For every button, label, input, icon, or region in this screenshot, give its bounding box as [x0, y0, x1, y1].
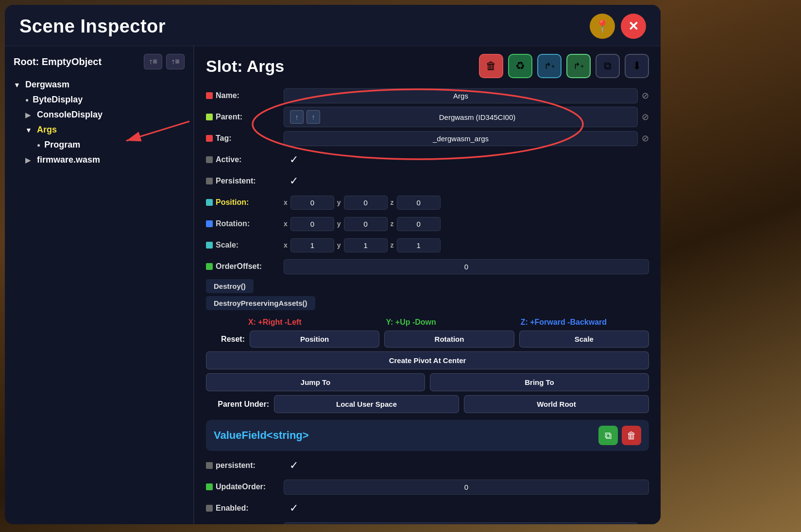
prop-name-row: Name: Args ⊘ — [206, 87, 649, 104]
vf-persistent-color — [206, 462, 213, 469]
sort-button-1[interactable]: ↑≡ — [144, 54, 162, 69]
active-label-text: Active: — [216, 155, 241, 164]
scale-fields: x 1 y 1 z 1 — [284, 238, 649, 252]
vf-value-input[interactable]: mp_js_do_str — [284, 522, 638, 525]
parent-nav-up[interactable]: ↑ — [290, 110, 304, 124]
panel-content: Root: EmptyObject ↑≡ ↑≡ ▼ Dergwasm ● B — [5, 46, 661, 524]
reset-scale-button[interactable]: Scale — [519, 331, 649, 348]
axis-x-label: X: +Right -Left — [248, 318, 302, 327]
rotation-label: Rotation: — [206, 219, 284, 228]
destroy-preserving-method-row: DestroyPreservingAssets() — [206, 296, 649, 310]
value-field-header: ValueField<string> ⧉ 🗑 — [206, 420, 649, 451]
vf-updateorder-row: UpdateOrder: 0 — [206, 478, 649, 496]
vf-value-row: Value: mp_js_do_str ⊘ — [206, 521, 649, 524]
tree-root: ▼ Dergwasm ● ByteDisplay ▶ ConsoleDispla… — [10, 77, 188, 167]
orderoffset-color-indicator — [206, 263, 213, 270]
add-child-button[interactable]: ↱+ — [537, 54, 562, 78]
scale-z-axis: z — [391, 241, 394, 249]
vf-copy-button[interactable]: ⧉ — [598, 426, 618, 445]
position-z-input[interactable]: 0 — [397, 196, 441, 210]
rotation-y-input[interactable]: 0 — [344, 217, 388, 231]
tree-item-program[interactable]: ● Program — [33, 137, 188, 152]
add-sibling-button[interactable]: ↱+ — [566, 54, 591, 78]
value-field-title: ValueField<string> — [214, 429, 309, 442]
vf-delete-button[interactable]: 🗑 — [622, 426, 641, 445]
bullet-bytedisplay: ● — [25, 97, 29, 103]
orderoffset-value[interactable]: 0 — [284, 259, 649, 274]
parent-value-text: Dergwasm (ID345CI00) — [323, 113, 631, 121]
right-panel: Slot: Args 🗑 ♻ ↱+ ↱+ ⧉ ⬇ Name: Args ⊘ — [194, 46, 661, 524]
arrow-args: ▼ — [25, 126, 33, 134]
parent-value-container: ↑ ↑ Dergwasm (ID345CI00) — [284, 107, 638, 127]
sidebar-title: Root: EmptyObject — [14, 56, 102, 67]
parent-null-icon: ⊘ — [642, 112, 649, 122]
expand-arrow-dergwasm: ▼ — [14, 81, 21, 89]
scale-color-indicator — [206, 242, 213, 249]
tree-label-program: Program — [44, 140, 80, 150]
rotation-x-input[interactable]: 0 — [290, 217, 334, 231]
vf-persistent-check: ✓ — [290, 459, 298, 472]
axis-info-row: X: +Right -Left Y: +Up -Down Z: +Forward… — [206, 318, 649, 327]
scale-y-input[interactable]: 1 — [344, 238, 388, 252]
reset-label: Reset: — [206, 335, 245, 344]
prop-scale-row: Scale: x 1 y 1 z 1 — [206, 236, 649, 254]
recycle-button[interactable]: ♻ — [508, 54, 532, 78]
position-x-input[interactable]: 0 — [290, 196, 334, 210]
prop-position-row: Position: x 0 y 0 z 0 — [206, 194, 649, 211]
vf-updateorder-color — [206, 483, 213, 490]
tree-label-args: Args — [37, 125, 57, 135]
tree-item-dergwasm[interactable]: ▼ Dergwasm — [10, 77, 188, 92]
slot-header: Slot: Args 🗑 ♻ ↱+ ↱+ ⧉ ⬇ — [206, 54, 649, 78]
scale-x-input[interactable]: 1 — [290, 238, 334, 252]
sort-button-2[interactable]: ↑≡ — [166, 54, 185, 69]
name-color-indicator — [206, 92, 213, 99]
scale-z-input[interactable]: 1 — [397, 238, 441, 252]
sidebar-toolbar: ↑≡ ↑≡ — [144, 54, 185, 69]
position-label-text: Position: — [216, 198, 249, 207]
name-value[interactable]: Args — [284, 88, 638, 103]
reset-position-button[interactable]: Position — [250, 331, 379, 348]
jump-bring-row: Jump To Bring To — [206, 373, 649, 391]
vf-persistent-row: persistent: ✓ — [206, 457, 649, 474]
pos-y-axis: y — [337, 199, 341, 206]
vf-enabled-row: Enabled: ✓ — [206, 499, 649, 517]
delete-slot-button[interactable]: 🗑 — [479, 54, 503, 78]
close-button[interactable]: ✕ — [621, 14, 646, 39]
move-down-button[interactable]: ⬇ — [625, 54, 649, 78]
jump-to-button[interactable]: Jump To — [206, 373, 425, 391]
active-check: ✓ — [290, 153, 298, 166]
tree-item-args[interactable]: ▼ Args — [21, 122, 188, 137]
tree-item-firmware[interactable]: ▶ firmware.wasm — [21, 152, 188, 167]
bring-to-button[interactable]: Bring To — [430, 373, 649, 391]
vf-updateorder-value[interactable]: 0 — [284, 480, 649, 495]
prop-parent-label: Parent: — [206, 113, 284, 121]
position-label: Position: — [206, 198, 284, 207]
local-user-space-button[interactable]: Local User Space — [274, 395, 459, 413]
tree-item-consoledisplay[interactable]: ▶ ConsoleDisplay — [21, 107, 188, 122]
parent-label-text: Parent: — [216, 113, 242, 121]
rotation-z-input[interactable]: 0 — [397, 217, 441, 231]
tag-value[interactable]: _dergwasm_args — [284, 131, 638, 146]
world-root-button[interactable]: World Root — [464, 395, 649, 413]
scale-y-axis: y — [337, 241, 341, 249]
vf-type-text: <string> — [267, 429, 309, 441]
create-pivot-button[interactable]: Create Pivot At Center — [206, 351, 649, 369]
parent-nav-down[interactable]: ↑ — [307, 110, 320, 124]
tree-label-dergwasm: Dergwasm — [25, 80, 69, 90]
tree-label-firmware: firmware.wasm — [37, 155, 100, 165]
prop-tag-label: Tag: — [206, 134, 284, 143]
prop-persistent-row: Persistent: ✓ — [206, 172, 649, 190]
rot-z-axis: z — [391, 220, 394, 228]
pos-z-axis: z — [391, 199, 394, 206]
reset-rotation-button[interactable]: Rotation — [384, 331, 514, 348]
duplicate-button[interactable]: ⧉ — [596, 54, 620, 78]
destroy-button[interactable]: Destroy() — [206, 279, 254, 293]
app-title: Scene Inspector — [19, 16, 166, 37]
location-button[interactable]: 📍 — [590, 14, 615, 39]
position-y-input[interactable]: 0 — [344, 196, 388, 210]
pos-x-axis: x — [284, 199, 288, 206]
destroy-preserving-button[interactable]: DestroyPreservingAssets() — [206, 296, 315, 310]
vf-persistent-label-text: persistent: — [216, 461, 256, 470]
tree-item-bytedisplay[interactable]: ● ByteDisplay — [21, 92, 188, 107]
prop-name-label: Name: — [206, 91, 284, 100]
